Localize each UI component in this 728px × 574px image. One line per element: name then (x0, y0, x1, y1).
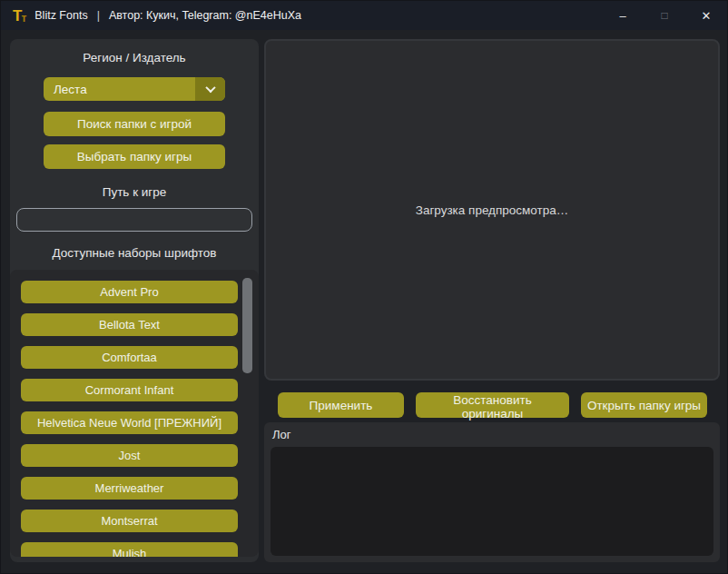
font-item-button[interactable]: Montserrat (21, 510, 238, 532)
apply-button[interactable]: Применить (278, 392, 404, 418)
font-item-button[interactable]: Mulish (21, 542, 238, 557)
app-window: T т Blitz Fonts | Автор: Кукич, Telegram… (0, 0, 728, 574)
app-subtitle-author: Автор: Кукич, Telegram: @nE4eHuXa (109, 9, 301, 22)
choose-game-folder-button[interactable]: Выбрать папку игры (44, 144, 225, 169)
region-publisher-label: Регион / Издатель (10, 51, 259, 64)
app-logo-icon: T т (13, 8, 26, 24)
window-controls: – □ ✕ (602, 1, 727, 30)
font-item-button[interactable]: Helvetica Neue World [ПРЕЖНИЙ] (21, 411, 238, 434)
maximize-button[interactable]: □ (644, 1, 685, 30)
restore-originals-button[interactable]: Восстановить оригиналы (416, 392, 569, 418)
open-game-folder-button[interactable]: Открыть папку игры (581, 392, 707, 418)
maximize-icon: □ (661, 9, 667, 22)
select-arrow-zone[interactable] (195, 77, 225, 101)
font-item-button[interactable]: Comfortaa (21, 346, 238, 369)
close-icon: ✕ (702, 9, 712, 23)
app-title: Blitz Fonts (34, 9, 87, 22)
font-item-button[interactable]: Merriweather (21, 477, 238, 500)
scrollbar-thumb[interactable] (242, 278, 252, 373)
log-group: Лог (264, 422, 720, 562)
minimize-button[interactable]: – (602, 1, 644, 30)
font-item-button[interactable]: Cormorant Infant (21, 379, 238, 401)
app-logo-letter-small: т (21, 13, 26, 24)
font-list-scrollbar[interactable] (242, 275, 252, 551)
preview-panel: Загрузка предпросмотра… (264, 39, 720, 381)
preview-loading-text: Загрузка предпросмотра… (416, 203, 569, 217)
available-fonts-label: Доступные наборы шрифтов (10, 246, 259, 260)
close-button[interactable]: ✕ (685, 1, 727, 30)
settings-panel: Регион / Издатель Леста Поиск папки с иг… (10, 39, 259, 562)
chevron-down-icon (205, 83, 215, 93)
region-select-value: Леста (44, 83, 195, 96)
game-path-input[interactable] (16, 208, 252, 232)
log-output[interactable] (271, 447, 713, 556)
font-item-button[interactable]: Jost (21, 444, 238, 467)
title-bar: T т Blitz Fonts | Автор: Кукич, Telegram… (1, 1, 727, 30)
minimize-icon: – (619, 9, 625, 23)
title-separator: | (97, 9, 100, 22)
font-item-button[interactable]: Bellota Text (21, 313, 238, 336)
font-item-button[interactable]: Advent Pro (21, 281, 238, 303)
font-list: Advent ProBellota TextComfortaaCormorant… (10, 270, 259, 557)
search-game-folder-button[interactable]: Поиск папки с игрой (44, 112, 225, 136)
log-label: Лог (272, 428, 291, 441)
game-path-label: Путь к игре (10, 185, 259, 199)
region-select[interactable]: Леста (44, 77, 225, 101)
